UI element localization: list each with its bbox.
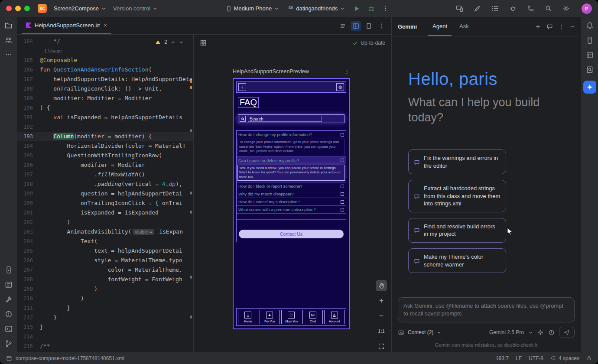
run-configuration-selector[interactable]: datingandfriends [284, 3, 348, 13]
code-line[interactable]: 205 text = helpAndSupportDetai [17, 246, 193, 256]
code-line[interactable]: 208 fontWeight = FontWeigh [17, 275, 193, 284]
build-icon[interactable] [5, 296, 13, 303]
code-line[interactable]: 211 } [17, 303, 193, 313]
contact-us-button[interactable]: Contact Us [239, 230, 344, 238]
problems-icon[interactable] [5, 310, 13, 318]
code-line[interactable]: 196 modifier = Modifier [17, 160, 193, 170]
code-line[interactable]: 207 color = MaterialTheme. [17, 265, 193, 275]
panel-options-icon[interactable] [558, 24, 564, 30]
code-line[interactable]: 191 val isExpanded = helpAndSupportDetai… [17, 113, 193, 122]
expand-icon[interactable] [341, 200, 344, 204]
code-line[interactable]: 212 } [17, 313, 193, 322]
search-everywhere-icon[interactable] [542, 3, 555, 14]
zoom-in-button[interactable] [376, 295, 387, 306]
code-line[interactable]: 210 ) [17, 294, 193, 303]
code-line[interactable]: 199 question = helpAndSupportDetai [17, 189, 193, 198]
hide-panel-icon[interactable] [569, 24, 575, 30]
sync-project-icon[interactable] [524, 3, 537, 14]
more-toolwindows-icon[interactable] [5, 51, 12, 58]
code-line[interactable]: 203 AnimatedVisibility(visible = isExpan [17, 227, 193, 237]
nav-item-chat[interactable]: ✉Chat [302, 310, 323, 324]
device-selector[interactable]: Medium Phone [222, 3, 283, 13]
search-bar[interactable]: Search [236, 113, 346, 124]
code-editor[interactable]: 184 */1 Usage185@Composable186fun Questi… [17, 35, 194, 352]
gemini-settings-icon[interactable] [537, 329, 544, 336]
code-line[interactable]: 188 onTrailingIconClick: () -> Unit, [17, 84, 193, 94]
context-selector[interactable]: Context (2) [408, 329, 433, 335]
expand-icon[interactable] [341, 185, 344, 188]
preview-gallery-icon[interactable] [200, 39, 207, 46]
running-devices-icon[interactable] [5, 266, 13, 274]
expand-icon[interactable] [341, 159, 344, 162]
version-control-icon[interactable] [5, 340, 13, 348]
vcs-widget[interactable]: Version control [110, 3, 161, 13]
code-line[interactable]: 201 isExpanded = isExpanded [17, 208, 193, 218]
project-toolwindow-icon[interactable] [5, 22, 13, 29]
faq-question-row[interactable]: Why did my match disappear? [237, 190, 346, 198]
code-line[interactable]: 215/** [17, 341, 193, 351]
app-inspection-icon[interactable] [586, 66, 594, 74]
nav-item-likes-you[interactable]: ♡Likes You [281, 310, 302, 324]
code-view-icon[interactable] [338, 21, 348, 31]
editor-options-icon[interactable] [377, 21, 386, 31]
device-explorer-icon[interactable] [586, 36, 594, 44]
suggestion-card[interactable]: Extract all hardcoded strings from this … [408, 180, 506, 212]
code-line[interactable]: 200 onTrailingIconClick = { onTrai [17, 198, 193, 208]
usage-hint[interactable]: 1 Usage [40, 48, 62, 53]
chat-history-icon[interactable] [546, 23, 553, 30]
faq-answer-text[interactable]: To change your profile information, go t… [237, 139, 345, 155]
code-line[interactable]: 187 helpAndSupportDetails: HelpAndSuppor… [17, 75, 193, 84]
code-line[interactable]: 192 [17, 122, 193, 132]
expand-icon[interactable] [341, 208, 344, 211]
code-line[interactable]: 190) { [17, 103, 193, 113]
settings-gear-button[interactable] [336, 83, 344, 91]
gemini-tab-agent[interactable]: Agent [428, 17, 452, 36]
code-line[interactable]: 193 Column(modifier = modifier) { [17, 132, 193, 141]
debug-button[interactable] [365, 3, 378, 14]
prompt-history-icon[interactable] [548, 329, 555, 336]
code-line[interactable]: 197 .fillMaxWidth() [17, 170, 193, 179]
code-line[interactable]: 204 Text( [17, 237, 193, 246]
split-view-icon[interactable] [351, 21, 361, 31]
code-line[interactable]: 198 .padding(vertical = 4.dp), [17, 179, 193, 189]
search-input[interactable]: Search [248, 116, 322, 122]
code-line[interactable]: 213} [17, 322, 193, 332]
faq-question-row[interactable]: How do I block or report someone? [237, 182, 346, 190]
minimize-window-button[interactable] [15, 6, 21, 11]
new-chat-icon[interactable] [535, 23, 541, 30]
task-list-icon[interactable] [488, 3, 502, 14]
nav-item-for-you[interactable]: ✦For You [260, 310, 280, 324]
nav-item-home[interactable]: ⌂Home [238, 310, 258, 324]
code-line[interactable]: 202 ) [17, 218, 193, 227]
caret-position[interactable]: 193:7 [496, 355, 509, 361]
terminal-icon[interactable] [5, 325, 13, 333]
code-line[interactable]: 209 ) [17, 284, 193, 294]
device-mirroring-icon[interactable] [453, 3, 466, 14]
design-view-icon[interactable] [364, 21, 374, 31]
ai-actions-icon[interactable] [471, 3, 484, 14]
close-tab-icon[interactable]: × [104, 22, 107, 29]
more-actions-icon[interactable] [380, 3, 392, 14]
previous-problem-icon[interactable] [171, 40, 176, 45]
code-line[interactable]: 189 modifier: Modifier = Modifier [17, 94, 193, 103]
indent-size[interactable]: 4 spaces [559, 355, 579, 361]
code-line[interactable]: 185@Composable [17, 55, 193, 65]
run-button[interactable] [350, 3, 363, 14]
preview-options-icon[interactable] [344, 69, 350, 75]
code-hint-line[interactable]: 1 Usage [17, 46, 193, 55]
notifications-icon[interactable] [586, 22, 594, 29]
suggestion-card[interactable]: Fix the warnings and errors in the edito… [408, 150, 506, 174]
gemini-tab-ask[interactable]: Ask [455, 17, 473, 36]
fit-to-screen-button[interactable] [376, 341, 387, 352]
model-selector[interactable]: Gemini 2.5 Pro [489, 329, 524, 335]
logcat-icon[interactable] [5, 281, 13, 289]
line-ending[interactable]: LF [516, 355, 522, 361]
pan-tool-button[interactable] [376, 280, 387, 291]
structure-toolwindow-icon[interactable] [5, 36, 13, 44]
faq-question-row[interactable]: How do I cancel my subscription? [237, 198, 346, 205]
faq-question-row[interactable]: Can I pause or delete my profile? [237, 157, 346, 164]
device-preview-frame[interactable]: ‹ FAQ Search How do I change my profile … [233, 78, 350, 329]
send-prompt-button[interactable] [559, 327, 575, 338]
gemini-prompt-input[interactable]: Ask Gemini, use @filename to attach sour… [398, 297, 575, 322]
faq-question-row[interactable]: How do I change my profile information? [237, 131, 346, 138]
